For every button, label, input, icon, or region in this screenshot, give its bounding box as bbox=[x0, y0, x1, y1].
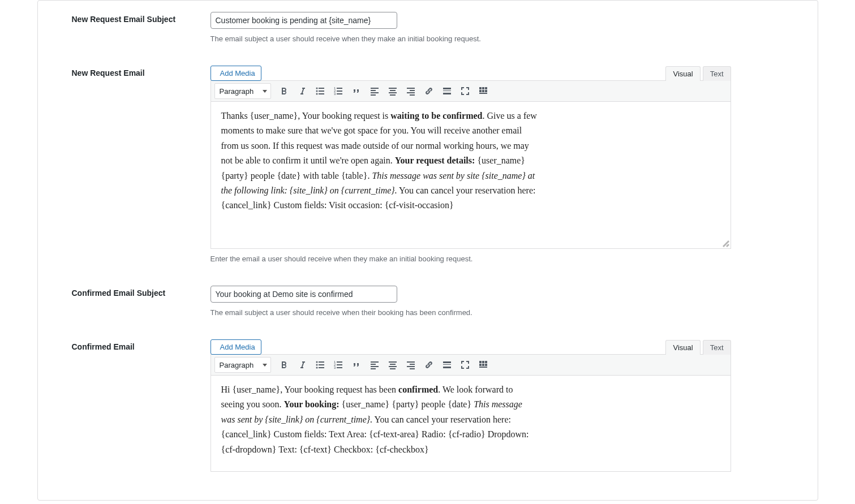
svg-rect-58 bbox=[443, 361, 451, 363]
editor-text: Thanks {user_name}, Your booking request… bbox=[221, 111, 391, 120]
editor-text-bold: Your request details: bbox=[395, 156, 475, 165]
svg-rect-32 bbox=[485, 90, 487, 92]
svg-rect-20 bbox=[407, 88, 415, 89]
italic-button[interactable] bbox=[294, 356, 311, 373]
svg-rect-15 bbox=[371, 94, 376, 96]
svg-rect-7 bbox=[337, 88, 342, 89]
align-center-button[interactable] bbox=[384, 83, 401, 100]
desc-new-request-email: Enter the email a user should receive wh… bbox=[210, 255, 731, 263]
bold-button[interactable] bbox=[276, 356, 293, 373]
toolbar-toggle-button[interactable] bbox=[475, 356, 492, 373]
tab-text[interactable]: Text bbox=[703, 66, 731, 81]
input-confirmed-subject[interactable] bbox=[210, 286, 397, 303]
tab-visual[interactable]: Visual bbox=[665, 340, 700, 355]
svg-rect-63 bbox=[485, 361, 487, 363]
svg-rect-11 bbox=[337, 93, 342, 94]
svg-rect-48 bbox=[371, 366, 379, 367]
format-select[interactable]: Paragraph bbox=[214, 357, 271, 373]
toolbar-toggle-button[interactable] bbox=[475, 83, 492, 100]
svg-rect-49 bbox=[371, 368, 376, 369]
editor-tabs: Visual Text bbox=[665, 340, 731, 355]
svg-rect-28 bbox=[482, 87, 484, 89]
blockquote-button[interactable] bbox=[348, 356, 365, 373]
align-right-button[interactable] bbox=[402, 356, 419, 373]
link-button[interactable] bbox=[420, 83, 437, 100]
editor-text: Hi {user_name}, Your booking request has… bbox=[221, 385, 399, 394]
italic-button[interactable] bbox=[294, 83, 311, 100]
read-more-button[interactable] bbox=[439, 356, 456, 373]
svg-text:3: 3 bbox=[334, 92, 336, 96]
editor-new-request-email[interactable]: Thanks {user_name}, Your booking request… bbox=[210, 102, 731, 249]
svg-rect-53 bbox=[390, 368, 396, 369]
tab-visual[interactable]: Visual bbox=[665, 66, 700, 81]
format-select-label: Paragraph bbox=[220, 361, 254, 369]
label-confirmed-subject: Confirmed Email Subject bbox=[72, 286, 210, 298]
chevron-down-icon bbox=[263, 90, 267, 93]
add-media-button[interactable]: Add Media bbox=[210, 339, 261, 355]
blockquote-button[interactable] bbox=[348, 83, 365, 100]
svg-rect-27 bbox=[479, 87, 482, 89]
svg-rect-57 bbox=[410, 368, 415, 369]
svg-rect-35 bbox=[319, 361, 324, 363]
svg-rect-17 bbox=[390, 90, 396, 91]
svg-rect-3 bbox=[319, 91, 324, 92]
svg-rect-43 bbox=[337, 364, 342, 365]
label-confirmed-email: Confirmed Email bbox=[72, 339, 210, 351]
svg-rect-31 bbox=[482, 90, 484, 92]
fullscreen-button[interactable] bbox=[457, 83, 474, 100]
resize-handle[interactable] bbox=[723, 240, 729, 247]
svg-rect-64 bbox=[479, 364, 482, 366]
align-center-button[interactable] bbox=[384, 356, 401, 373]
svg-rect-21 bbox=[410, 90, 415, 91]
svg-point-38 bbox=[316, 367, 317, 369]
align-left-button[interactable] bbox=[366, 83, 383, 100]
editor-text-bold: confirmed bbox=[398, 385, 438, 394]
svg-rect-47 bbox=[371, 364, 376, 365]
svg-text:3: 3 bbox=[334, 366, 336, 369]
input-new-request-subject[interactable] bbox=[210, 12, 397, 29]
align-left-button[interactable] bbox=[366, 356, 383, 373]
svg-rect-52 bbox=[389, 366, 397, 367]
svg-rect-12 bbox=[371, 88, 379, 89]
svg-rect-59 bbox=[443, 364, 451, 365]
svg-rect-22 bbox=[407, 92, 415, 93]
svg-rect-54 bbox=[407, 361, 415, 363]
svg-rect-46 bbox=[371, 361, 379, 363]
row-new-request-subject: New Request Email Subject The email subj… bbox=[72, 12, 798, 43]
desc-confirmed-subject: The email subject a user should receive … bbox=[210, 308, 731, 317]
svg-rect-50 bbox=[389, 361, 397, 363]
tab-text[interactable]: Text bbox=[703, 340, 731, 355]
svg-rect-61 bbox=[479, 361, 482, 363]
svg-rect-9 bbox=[337, 91, 342, 92]
read-more-button[interactable] bbox=[439, 83, 456, 100]
format-select-label: Paragraph bbox=[220, 87, 254, 96]
svg-rect-23 bbox=[410, 94, 415, 96]
svg-rect-26 bbox=[443, 93, 451, 94]
label-new-request-subject: New Request Email Subject bbox=[72, 12, 210, 24]
align-right-button[interactable] bbox=[402, 83, 419, 100]
editor-toolbar: Paragraph 123 bbox=[210, 354, 731, 376]
svg-rect-25 bbox=[443, 91, 451, 91]
bullet-list-button[interactable] bbox=[312, 356, 329, 373]
fullscreen-button[interactable] bbox=[457, 356, 474, 373]
label-new-request-email: New Request Email bbox=[72, 66, 210, 77]
link-button[interactable] bbox=[420, 356, 437, 373]
row-confirmed-subject: Confirmed Email Subject The email subjec… bbox=[72, 286, 798, 317]
desc-new-request-subject: The email subject a user should receive … bbox=[210, 35, 731, 43]
svg-rect-16 bbox=[389, 88, 397, 89]
bullet-list-button[interactable] bbox=[312, 83, 329, 100]
svg-rect-51 bbox=[390, 364, 396, 365]
svg-rect-62 bbox=[482, 361, 484, 363]
add-media-button[interactable]: Add Media bbox=[210, 66, 261, 81]
svg-rect-60 bbox=[443, 367, 451, 368]
svg-rect-41 bbox=[337, 361, 342, 363]
editor-confirmed-email[interactable]: Hi {user_name}, Your booking request has… bbox=[210, 376, 731, 472]
format-select[interactable]: Paragraph bbox=[214, 83, 271, 99]
add-media-label: Add Media bbox=[220, 343, 255, 351]
svg-point-4 bbox=[316, 93, 317, 95]
bold-button[interactable] bbox=[276, 83, 293, 100]
editor-tabs: Visual Text bbox=[665, 66, 731, 81]
numbered-list-button[interactable]: 123 bbox=[330, 83, 347, 100]
svg-rect-39 bbox=[319, 367, 324, 368]
numbered-list-button[interactable]: 123 bbox=[330, 356, 347, 373]
